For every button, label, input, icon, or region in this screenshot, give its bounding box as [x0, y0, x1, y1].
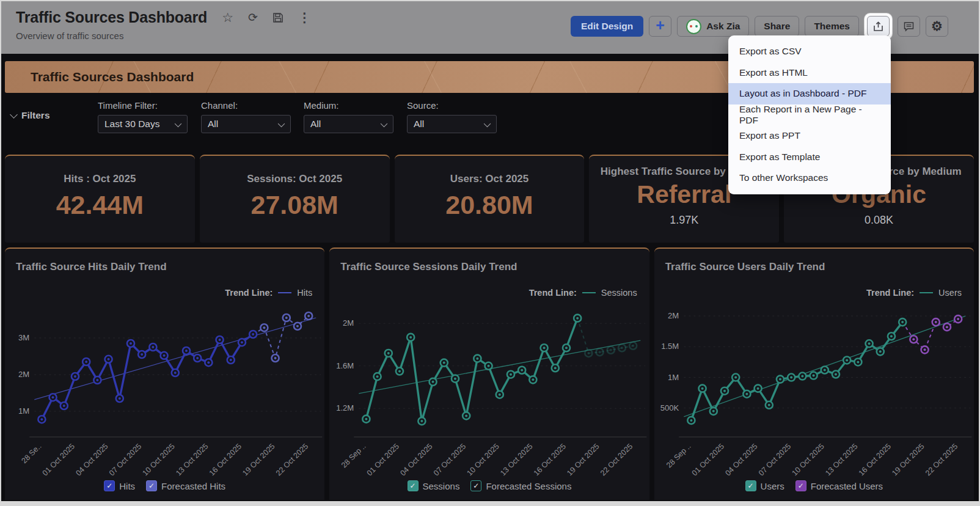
svg-text:500K: 500K: [660, 403, 679, 413]
themes-button[interactable]: Themes: [805, 16, 859, 37]
chevron-down-icon: [381, 120, 387, 127]
kpi-card-users[interactable]: Users: Oct 2025 20.80M: [395, 155, 585, 243]
svg-text:22 Oct 2025: 22 Oct 2025: [924, 442, 959, 477]
svg-text:01 Oct 2025: 01 Oct 2025: [41, 442, 76, 477]
trend-legend: Trend Line: Hits: [225, 288, 312, 298]
refresh-icon[interactable]: ⟳: [248, 12, 258, 23]
page-subtitle: Overview of traffic sources: [16, 31, 311, 41]
svg-text:2M: 2M: [18, 370, 29, 379]
svg-text:1M: 1M: [18, 406, 29, 416]
series-legend: ✓Hits ✓Forecasted Hits: [5, 480, 324, 491]
svg-text:13 Oct 2025: 13 Oct 2025: [824, 442, 859, 477]
medium-filter: Medium: All: [304, 100, 393, 133]
timeline-filter: Timeline Filter: Last 30 Days: [98, 100, 188, 133]
svg-text:28 Se..: 28 Se..: [20, 442, 43, 465]
hits-line-chart[interactable]: 1M2M3M28 Se..01 Oct 202504 Oct 202507 Oc…: [5, 300, 324, 483]
svg-text:19 Oct 2025: 19 Oct 2025: [241, 442, 276, 477]
chevron-down-icon: [175, 120, 181, 127]
svg-text:07 Oct 2025: 07 Oct 2025: [108, 442, 143, 477]
trend-legend: Trend Line: Sessions: [529, 288, 637, 298]
export-menu: Export as CSV Export as HTML Layout as i…: [728, 35, 891, 194]
svg-text:22 Oct 2025: 22 Oct 2025: [274, 442, 310, 477]
filters-toggle[interactable]: Filters: [11, 110, 50, 121]
svg-text:04 Oct 2025: 04 Oct 2025: [399, 442, 434, 477]
svg-text:22 Oct 2025: 22 Oct 2025: [599, 442, 634, 477]
zia-icon: [686, 19, 701, 34]
channel-filter-select[interactable]: All: [201, 115, 291, 133]
comments-button[interactable]: [898, 16, 920, 37]
chart-panel-sessions: Traffic Source Sessions Daily Trend Tren…: [329, 248, 649, 500]
checkbox-checked-icon: ✓: [745, 480, 756, 491]
menu-item-export-html[interactable]: Export as HTML: [728, 62, 891, 84]
svg-text:07 Oct 2025: 07 Oct 2025: [432, 442, 467, 477]
svg-text:07 Oct 2025: 07 Oct 2025: [757, 442, 792, 477]
export-button[interactable]: [867, 16, 890, 37]
gear-icon: ⚙: [931, 19, 943, 34]
svg-text:19 Oct 2025: 19 Oct 2025: [566, 442, 601, 477]
svg-text:13 Oct 2025: 13 Oct 2025: [174, 442, 210, 477]
trend-line-swatch: [582, 292, 596, 294]
svg-text:10 Oct 2025: 10 Oct 2025: [790, 442, 825, 477]
app-window: Traffic Sources Dashboard ☆ ⟳ ⋮ Overview…: [0, 0, 980, 506]
menu-item-export-ppt[interactable]: Export as PPT: [728, 125, 891, 147]
menu-item-other-workspaces[interactable]: To other Workspaces: [728, 167, 891, 189]
menu-item-export-template[interactable]: Export as Template: [728, 147, 891, 168]
plus-icon: +: [656, 16, 665, 34]
sessions-line-chart[interactable]: 1.2M1.6M2M28 Sep ..01 Oct 202504 Oct 202…: [329, 300, 649, 483]
menu-item-layout-pdf[interactable]: Layout as in Dashboard - PDF: [728, 83, 891, 105]
legend-users[interactable]: ✓Users: [745, 480, 784, 491]
share-button[interactable]: Share: [755, 16, 799, 37]
svg-text:1.6M: 1.6M: [337, 361, 354, 370]
svg-text:04 Oct 2025: 04 Oct 2025: [723, 442, 759, 477]
chevron-down-icon: [484, 120, 491, 127]
legend-forecasted-users[interactable]: ✓Forecasted Users: [795, 480, 883, 491]
legend-hits[interactable]: ✓Hits: [104, 480, 135, 491]
series-legend: ✓Users ✓Forecasted Users: [654, 480, 974, 491]
svg-text:2M: 2M: [668, 311, 679, 320]
legend-sessions[interactable]: ✓Sessions: [408, 480, 460, 491]
checkbox-checked-icon: ✓: [795, 480, 806, 491]
channel-filter: Channel: All: [201, 100, 291, 133]
kebab-menu-icon[interactable]: ⋮: [298, 11, 311, 24]
svg-text:3M: 3M: [18, 333, 29, 342]
kpi-card-sessions[interactable]: Sessions: Oct 2025 27.08M: [200, 155, 390, 243]
checkbox-checked-icon: ✓: [470, 480, 481, 491]
svg-text:10 Oct 2025: 10 Oct 2025: [466, 442, 501, 477]
ask-zia-button[interactable]: Ask Zia: [677, 16, 749, 37]
settings-button[interactable]: ⚙: [926, 16, 948, 37]
timeline-filter-select[interactable]: Last 30 Days: [98, 115, 188, 133]
star-icon[interactable]: ☆: [222, 11, 233, 24]
save-icon[interactable]: [272, 12, 283, 23]
charts-row: Traffic Source Hits Daily Trend Trend Li…: [5, 248, 974, 500]
add-button[interactable]: +: [649, 16, 671, 37]
edit-design-button[interactable]: Edit Design: [571, 16, 643, 37]
svg-text:2M: 2M: [343, 318, 354, 328]
legend-forecasted-sessions[interactable]: ✓Forecasted Sessions: [470, 480, 571, 491]
menu-item-each-report-pdf[interactable]: Each Report in a New Page - PDF: [728, 105, 891, 126]
comment-icon: [903, 21, 915, 32]
legend-forecasted-hits[interactable]: ✓Forecasted Hits: [146, 480, 225, 491]
export-icon: [872, 21, 884, 32]
svg-text:19 Oct 2025: 19 Oct 2025: [890, 442, 926, 477]
svg-text:01 Oct 2025: 01 Oct 2025: [690, 442, 725, 477]
svg-text:28 Sep ..: 28 Sep ..: [340, 442, 368, 469]
source-filter-select[interactable]: All: [407, 115, 497, 133]
kpi-card-hits[interactable]: Hits : Oct 2025 42.44M: [5, 155, 195, 243]
page-title: Traffic Sources Dashboard: [16, 9, 207, 26]
trend-legend: Trend Line: Users: [866, 288, 962, 298]
svg-text:28 Sep ..: 28 Sep ..: [665, 442, 693, 469]
svg-text:01 Oct 2025: 01 Oct 2025: [365, 442, 401, 477]
svg-text:10 Oct 2025: 10 Oct 2025: [141, 442, 177, 477]
medium-filter-select[interactable]: All: [304, 115, 393, 133]
checkbox-checked-icon: ✓: [146, 480, 157, 491]
chart-panel-hits: Traffic Source Hits Daily Trend Trend Li…: [5, 248, 324, 500]
svg-text:16 Oct 2025: 16 Oct 2025: [208, 442, 243, 477]
chevron-down-icon: [10, 111, 18, 119]
svg-text:04 Oct 2025: 04 Oct 2025: [74, 442, 109, 477]
users-line-chart[interactable]: 500K1M1.5M2M28 Sep ..01 Oct 202504 Oct 2…: [654, 300, 974, 483]
menu-item-export-csv[interactable]: Export as CSV: [728, 41, 891, 62]
svg-text:16 Oct 2025: 16 Oct 2025: [857, 442, 892, 477]
checkbox-checked-icon: ✓: [408, 480, 419, 491]
trend-line-swatch: [278, 292, 291, 294]
svg-text:1.2M: 1.2M: [337, 403, 354, 413]
